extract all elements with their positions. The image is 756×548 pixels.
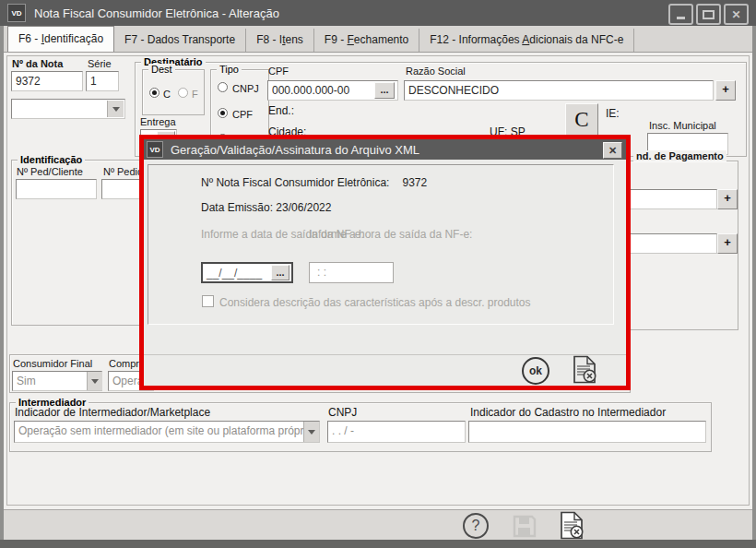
tab-f7[interactable]: F7 - Dados Transporte [114, 29, 246, 52]
ped-cliente-label: Nº Ped/Cliente [17, 166, 83, 177]
close-document-icon [572, 355, 597, 384]
nota-input[interactable]: 9372 [11, 71, 83, 91]
nfce-number-label: Nº Nota Fiscal Consumidor Eletrônica: [201, 176, 389, 189]
ok-button[interactable]: ok [522, 357, 549, 385]
cadastro-intermediador-input[interactable] [468, 421, 706, 443]
indicador-marketplace-label: Indicador de Intermediador/Marketplace [15, 407, 210, 418]
chevron-down-icon[interactable] [107, 101, 124, 117]
radio-dest-f-label: F [192, 89, 198, 100]
dialog-title: Geração/Validação/Assinatura do Arquivo … [171, 143, 419, 157]
window-border-left [0, 26, 4, 540]
ie-label: IE: [606, 108, 620, 119]
razao-social-add-button[interactable]: + [715, 80, 736, 101]
identificacao-title: Identificação [18, 154, 85, 165]
pagamento-title: nd. de Pagamento [633, 150, 726, 161]
entrega-label: Entrega [140, 116, 176, 127]
close-document-icon [559, 511, 585, 540]
departure-time-input[interactable]: : : [309, 262, 394, 283]
tab-f6[interactable]: F6 - Identificação [7, 26, 114, 52]
maximize-icon [703, 10, 715, 19]
chevron-down-icon[interactable] [87, 372, 102, 390]
minimize-button[interactable] [668, 4, 693, 25]
cpf-picker-button[interactable]: ... [374, 82, 395, 99]
tab-f8[interactable]: F8 - Itens [246, 29, 314, 52]
tab-f9[interactable]: F9 - Fechamento [314, 29, 419, 52]
consumidor-final-label: Consumidor Final [13, 358, 92, 369]
nfce-number-row: Nº Nota Fiscal Consumidor Eletrônica:937… [201, 176, 427, 189]
dialog-titlebar: VD Geração/Validação/Assinatura do Arqui… [144, 139, 626, 160]
radio-dest-c[interactable] [149, 88, 159, 98]
tipo-title: Tipo [217, 64, 242, 75]
radio-tipo-cpf-label: CPF [232, 109, 253, 120]
nota-label: Nº da Nota [12, 58, 63, 69]
emission-date-text: Data Emissão: 23/06/2022 [201, 201, 331, 214]
departure-time-label: Informe a hora de saída da NF-e: [309, 227, 472, 242]
window-controls [666, 4, 749, 25]
radio-tipo-cnpj[interactable] [218, 82, 228, 92]
description-checkbox[interactable] [202, 295, 214, 307]
cadastro-intermediador-label: Indicador do Cadastro no Intermediador [470, 407, 666, 418]
window-title: Nota Fiscal Consumidor Eletrônica - Alte… [34, 6, 279, 20]
dest-title: Dest [148, 64, 175, 75]
minimize-icon [677, 17, 685, 19]
endereco-label: End.: [268, 105, 294, 116]
intermediador-cnpj-input[interactable]: . . / - [327, 421, 466, 443]
window-bottom-edge [0, 540, 756, 548]
chevron-down-icon[interactable] [303, 422, 319, 442]
tab-bar: F6 - IdentificaçãoF7 - Dados TransporteF… [4, 26, 752, 53]
help-button[interactable]: ? [463, 513, 489, 539]
app-icon: VD [7, 4, 26, 22]
tab-f12[interactable]: F12 - Informações Adicionais da NFC-e [419, 29, 634, 52]
insc-municipal-label: Insc. Municipal [649, 120, 716, 131]
window-border-right [752, 26, 756, 540]
radio-dest-f[interactable] [178, 88, 188, 98]
dialog-close-button[interactable] [603, 142, 622, 159]
razao-social-input[interactable]: DESCONHECIDO [404, 80, 714, 101]
nota-type-select[interactable] [11, 99, 125, 119]
pagamento-add-button-1[interactable]: + [717, 189, 738, 209]
radio-tipo-cnpj-label: CNPJ [232, 83, 259, 94]
close-document-button[interactable] [559, 511, 585, 543]
serie-input[interactable]: 1 [86, 71, 119, 91]
consulta-c-button[interactable]: C [565, 103, 598, 137]
radio-tipo-cpf[interactable] [218, 108, 228, 118]
serie-label: Série [88, 58, 112, 69]
titlebar: VD Nota Fiscal Consumidor Eletrônica - A… [0, 0, 756, 26]
date-picker-button[interactable]: ... [271, 265, 289, 280]
close-button[interactable] [724, 4, 749, 25]
main-window: VD Nota Fiscal Consumidor Eletrônica - A… [0, 0, 756, 548]
nfce-number-value: 9372 [402, 176, 427, 189]
indicador-marketplace-select[interactable]: Operação sem intermediador (em site ou p… [14, 421, 320, 443]
dialog-separator [144, 354, 626, 355]
maximize-button[interactable] [696, 4, 721, 25]
save-button[interactable] [513, 515, 537, 542]
dialog-app-icon: VD [147, 141, 163, 158]
save-icon [513, 515, 537, 538]
radio-dest-c-label: C [163, 89, 171, 100]
razao-social-label: Razão Social [406, 66, 466, 77]
ped-cliente-input[interactable] [16, 179, 97, 199]
cpf-label: CPF [268, 66, 289, 77]
intermediador-cnpj-label: CNPJ [328, 407, 357, 418]
footer-bar [4, 509, 752, 540]
dialog-cancel-document-button[interactable] [572, 355, 597, 387]
xml-generation-dialog: VD Geração/Validação/Assinatura do Arqui… [139, 135, 631, 390]
pagamento-add-button-2[interactable]: + [717, 233, 738, 254]
description-checkbox-label: Considera descrição das características … [219, 296, 531, 309]
